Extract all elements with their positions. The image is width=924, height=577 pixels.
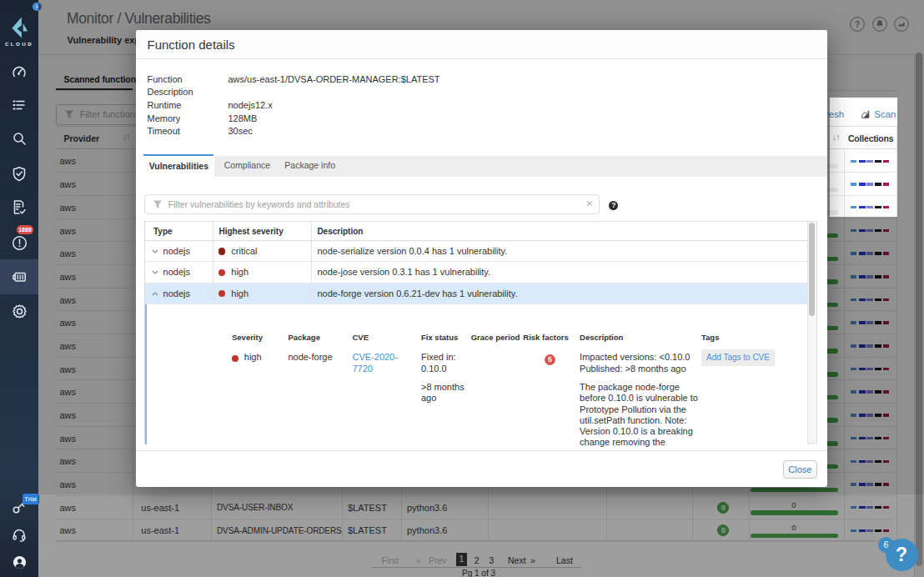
svg-text:CLOUD: CLOUD [5,41,33,47]
